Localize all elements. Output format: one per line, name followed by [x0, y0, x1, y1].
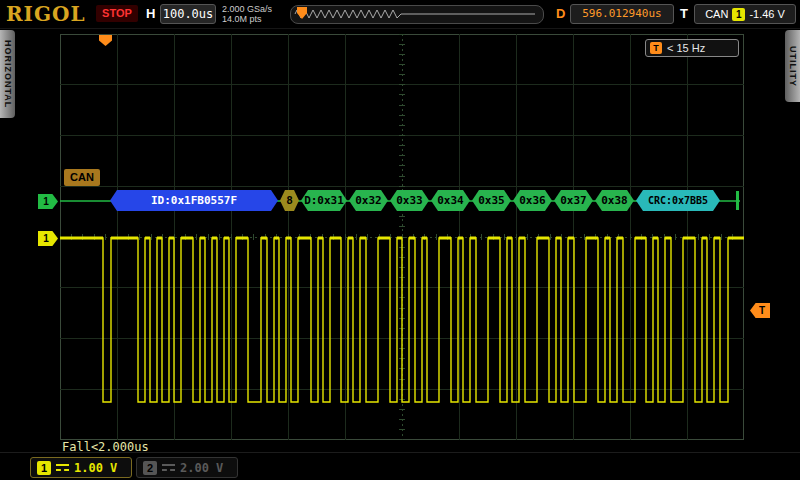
decode-bus-label: CAN — [64, 169, 100, 186]
timebase-readout: 100.0us — [160, 4, 216, 24]
decode-segment-data: 0x32 — [349, 190, 388, 211]
top-status-bar: RIGOL STOP H 100.0us 2.000 GSa/s 14.0M p… — [0, 0, 800, 29]
trigger-icon: T — [650, 42, 662, 54]
channel2-scale: 2.00 V — [180, 461, 223, 475]
horizontal-position-bar — [290, 5, 544, 24]
decode-segment-data: 0x34 — [431, 190, 470, 211]
decode-segment-id: ID:0x1FB0557F — [110, 190, 278, 211]
channel2-box[interactable]: 2 2.00 V — [136, 457, 238, 478]
decode-bus-marker: 1 — [38, 194, 58, 209]
sample-rate: 2.000 GSa/s — [222, 4, 272, 14]
tab-horizontal-menu[interactable]: HORIZONTAL — [0, 30, 15, 118]
trigger-readout: CAN 1 -1.46 V — [694, 4, 796, 24]
horizontal-label: H — [146, 6, 155, 21]
ch1-waveform — [60, 238, 744, 402]
channel1-box[interactable]: 1 1.00 V — [30, 457, 132, 478]
trigger-label: T — [680, 6, 688, 21]
trigger-frequency-value: < 15 Hz — [667, 42, 705, 54]
decode-segments: ID:0x1FB0557F8D:0x310x320x330x340x350x36… — [110, 190, 720, 211]
delay-label: D — [556, 6, 565, 21]
channel1-scale: 1.00 V — [74, 461, 117, 475]
trigger-channel-badge: 1 — [732, 8, 745, 21]
decode-segment-data: 0x33 — [390, 190, 429, 211]
bottom-status-bar: 1 1.00 V 2 2.00 V 12:23 — [0, 452, 800, 480]
tab-utility-menu[interactable]: UTILITY — [785, 30, 800, 102]
waveform-display — [60, 34, 744, 440]
memory-waveform-preview — [291, 6, 541, 21]
rigol-logo: RIGOL — [6, 2, 86, 26]
memory-depth: 14.0M pts — [222, 14, 272, 24]
trigger-level: -1.46 V — [749, 8, 784, 20]
trigger-frequency-badge: T < 15 Hz — [645, 39, 739, 57]
decode-segment-data: 0x37 — [554, 190, 593, 211]
decode-segment-data: D:0x31 — [301, 190, 347, 211]
channel1-number-badge: 1 — [37, 461, 51, 475]
dc-coupling-icon — [162, 464, 175, 472]
decode-segment-data: 0x35 — [472, 190, 511, 211]
oscilloscope-screen: RIGOL STOP H 100.0us 2.000 GSa/s 14.0M p… — [0, 0, 800, 480]
decode-segment-crc: CRC:0x7BB5 — [636, 190, 720, 211]
channel2-number-badge: 2 — [143, 461, 157, 475]
channel1-marker: 1 — [38, 231, 58, 246]
dc-coupling-icon — [56, 464, 69, 472]
trigger-level-marker: T — [750, 303, 770, 318]
decode-segment-data: 0x38 — [595, 190, 634, 211]
acquisition-info: 2.000 GSa/s 14.0M pts — [222, 4, 272, 24]
decode-segment-data: 0x36 — [513, 190, 552, 211]
trigger-source: CAN — [705, 8, 728, 20]
run-state-indicator: STOP — [96, 5, 138, 22]
decode-end-of-frame-tick — [736, 191, 739, 210]
delay-readout: 596.012940us — [570, 4, 674, 24]
decode-segment-dlc: 8 — [280, 190, 299, 211]
